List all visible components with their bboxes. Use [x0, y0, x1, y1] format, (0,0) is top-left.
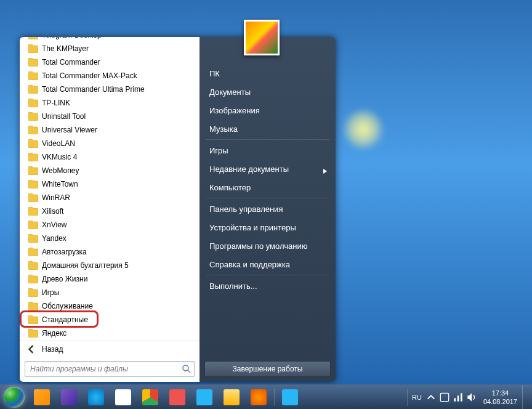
start-menu-left-pane: Telegram DesktopThe KMPlayerTotal Comman… — [20, 37, 200, 382]
taskbar-app-telegram[interactable] — [277, 387, 303, 407]
program-label: Яндекс — [42, 329, 66, 338]
search-box[interactable] — [25, 361, 195, 377]
back-button[interactable]: Назад — [20, 340, 200, 357]
program-folder-item[interactable]: Total Commander — [23, 55, 198, 69]
user-picture[interactable] — [244, 20, 280, 55]
program-label: Total Commander MAX-Pack — [42, 71, 137, 80]
clock[interactable]: 17:34 04.08.2017 — [478, 389, 522, 406]
program-folder-item[interactable]: Uninstall Tool — [23, 110, 198, 123]
link-computer[interactable]: Компьютер — [200, 178, 336, 196]
program-label: XnView — [42, 221, 66, 229]
program-folder-item[interactable]: WinRAR — [23, 191, 198, 204]
action-center-icon[interactable] — [440, 392, 449, 402]
program-folder-item[interactable]: The KMPlayer — [23, 42, 198, 55]
start-menu: Telegram DesktopThe KMPlayerTotal Comman… — [20, 37, 336, 382]
link-documents[interactable]: Документы — [200, 83, 336, 101]
link-devices[interactable]: Устройства и принтеры — [200, 218, 336, 237]
wmp-icon — [34, 389, 50, 405]
taskbar-app-player-purple[interactable] — [56, 387, 82, 407]
folder-icon — [28, 153, 38, 161]
program-folder-item[interactable]: VideoLAN — [23, 137, 198, 150]
volume-icon[interactable] — [467, 392, 477, 402]
program-folder-item[interactable]: Telegram Desktop — [23, 37, 198, 42]
link-run[interactable]: Выполнить... — [200, 277, 336, 295]
program-label: Автозагрузка — [42, 248, 87, 256]
link-music[interactable]: Музыка — [200, 119, 336, 138]
program-label: The KMPlayer — [42, 44, 89, 53]
program-label: Xilisoft — [42, 207, 63, 216]
link-help[interactable]: Справка и поддержка — [200, 255, 336, 273]
program-label: WebMoney — [42, 166, 79, 175]
right-links: ПК Документы Изображения Музыка Игры Нед… — [200, 60, 336, 299]
link-recent[interactable]: Недавние документы — [200, 160, 336, 178]
folder-icon — [28, 85, 38, 94]
program-label: TP-LINK — [42, 99, 70, 107]
taskbar-app-chrome[interactable] — [137, 387, 163, 407]
back-arrow-icon — [27, 345, 36, 354]
program-folder-item[interactable]: Игры — [23, 286, 198, 299]
taskbar: RU 17:34 04.08.2017 — [0, 384, 532, 409]
search-row — [20, 357, 200, 382]
program-label: Total Commander — [42, 58, 100, 67]
link-user[interactable]: ПК — [200, 64, 336, 83]
start-button[interactable] — [0, 385, 28, 410]
shutdown-button[interactable]: Завершение работы — [204, 361, 331, 377]
folder-icon — [28, 71, 38, 80]
language-indicator[interactable]: RU — [409, 394, 424, 401]
network-icon[interactable] — [453, 392, 463, 402]
folder-icon — [28, 44, 38, 53]
program-label: Игры — [42, 288, 59, 297]
taskbar-app-maxthon[interactable] — [191, 387, 217, 407]
folder-icon — [28, 221, 38, 229]
program-folder-item[interactable]: Домашняя бухгалтерия 5 — [23, 259, 198, 272]
taskbar-app-firefox[interactable] — [246, 387, 272, 407]
folder-icon — [28, 207, 38, 216]
folder-icon — [28, 99, 38, 107]
program-folder-item[interactable]: Xilisoft — [23, 204, 198, 218]
program-label: VKMusic 4 — [42, 153, 77, 161]
program-folder-item[interactable]: Yandex — [23, 232, 198, 245]
program-folder-item[interactable]: Древо Жизни — [23, 272, 198, 286]
program-folder-item[interactable]: TP-LINK — [23, 96, 198, 110]
taskbar-app-vivaldi[interactable] — [164, 387, 190, 407]
program-folder-item[interactable]: Total Commander MAX-Pack — [23, 69, 198, 83]
link-games[interactable]: Игры — [200, 141, 336, 160]
program-folder-item[interactable]: Автозагрузка — [23, 245, 198, 259]
folder-icon — [28, 275, 38, 283]
program-folder-item[interactable]: Обслуживание — [23, 299, 198, 313]
taskbar-app-yandex[interactable] — [110, 387, 136, 407]
program-label: Uninstall Tool — [42, 112, 86, 121]
program-folder-item[interactable]: WhiteTown — [23, 177, 198, 191]
taskbar-app-explorer[interactable] — [219, 387, 244, 407]
programs-list[interactable]: Telegram DesktopThe KMPlayerTotal Comman… — [20, 37, 200, 340]
explorer-icon — [224, 389, 240, 405]
link-default-programs[interactable]: Программы по умолчанию — [200, 237, 336, 255]
program-label: WinRAR — [42, 193, 70, 202]
program-folder-item[interactable]: Total Commander Ultima Prime — [23, 83, 198, 96]
folder-icon — [28, 126, 38, 134]
folder-icon — [28, 139, 38, 148]
firefox-icon — [251, 389, 267, 405]
program-folder-item[interactable]: Яндекс — [23, 326, 198, 340]
taskbar-app-ie[interactable] — [83, 387, 109, 407]
program-label: Yandex — [42, 234, 66, 243]
program-folder-item[interactable]: VKMusic 4 — [23, 150, 198, 164]
program-folder-item[interactable]: XnView — [23, 218, 198, 232]
show-desktop-button[interactable] — [522, 385, 528, 410]
program-folder-item[interactable]: WebMoney — [23, 164, 198, 177]
yandex-icon — [115, 389, 131, 405]
maxthon-icon — [196, 389, 212, 405]
link-control-panel[interactable]: Панель управления — [200, 200, 336, 218]
program-label: Древо Жизни — [42, 275, 87, 283]
svg-line-1 — [188, 370, 190, 373]
windows-orb-icon — [4, 387, 25, 408]
taskbar-app-wmp[interactable] — [29, 387, 55, 407]
folder-icon — [28, 112, 38, 121]
chrome-icon — [142, 389, 158, 405]
program-label: Обслуживание — [42, 302, 93, 310]
program-folder-item[interactable]: Стандартные — [23, 313, 198, 326]
search-input[interactable] — [28, 365, 182, 373]
link-pictures[interactable]: Изображения — [200, 101, 336, 119]
program-folder-item[interactable]: Universal Viewer — [23, 123, 198, 137]
tray-chevron-up-icon[interactable] — [426, 392, 436, 402]
